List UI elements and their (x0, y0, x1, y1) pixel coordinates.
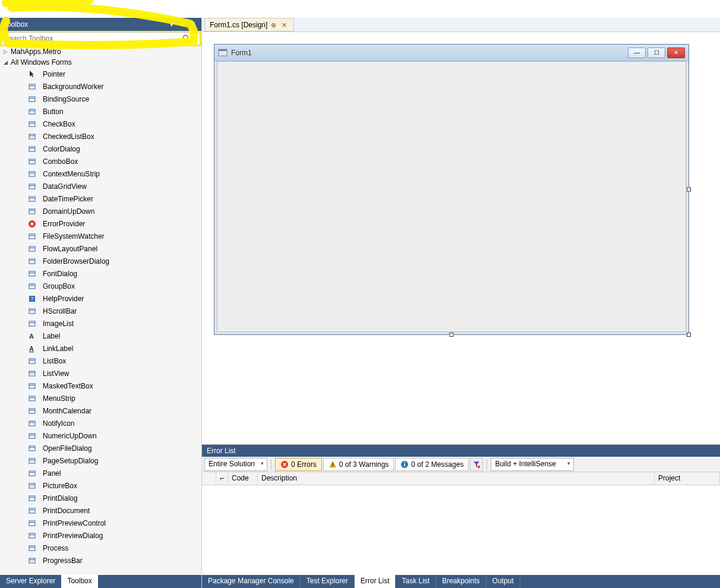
toolbox-item-label: PrintPreviewControl (43, 519, 106, 527)
toolbox-item-label: PageSetupDialog (43, 457, 98, 465)
minimize-icon[interactable]: — (628, 48, 646, 58)
category-label: MahApps.Metro (11, 48, 61, 56)
toolbox-item[interactable]: ?HelpProvider (0, 292, 201, 305)
search-dropdown-icon[interactable]: ▾ (191, 36, 197, 42)
toolbox-item[interactable]: Process (0, 542, 201, 554)
toolbox-item[interactable]: BindingSource (0, 93, 201, 105)
toolbox-item[interactable]: ComboBox (0, 155, 201, 167)
toolbox-item-label: NumericUpDown (43, 432, 97, 440)
toolbox-item[interactable]: FlowLayoutPanel (0, 242, 201, 255)
toolbox-item[interactable]: FileSystemWatcher (0, 230, 201, 242)
form-designer[interactable]: Form1 — ☐ ✕ (202, 32, 720, 444)
control-icon (27, 356, 37, 366)
toolbox-item[interactable]: HScrollBar (0, 305, 201, 317)
resize-handle-southeast[interactable] (687, 333, 691, 337)
toolbox-item[interactable]: FontDialog (0, 267, 201, 280)
toolbox-item[interactable]: CheckedListBox (0, 130, 201, 143)
pin-icon[interactable] (178, 20, 187, 29)
toolbox-item[interactable]: PrintDialog (0, 492, 201, 504)
resize-handle-south[interactable] (450, 333, 454, 337)
control-icon (27, 219, 37, 229)
toolbox-item-label: DataGridView (43, 182, 87, 191)
toolbox-item[interactable]: BackgroundWorker (0, 80, 201, 93)
left-tab[interactable]: Toolbox (61, 575, 97, 588)
right-tab[interactable]: Test Explorer (301, 575, 355, 588)
close-icon[interactable]: ✕ (188, 20, 198, 29)
doc-tab-form1[interactable]: Form1.cs [Design] ⊕ ✕ (204, 18, 294, 31)
svg-rect-33 (29, 284, 35, 289)
toolbox-item[interactable]: CheckBox (0, 118, 201, 130)
control-icon: A (27, 344, 37, 353)
form-window[interactable]: Form1 — ☐ ✕ (214, 44, 689, 335)
right-tab[interactable]: Error List (355, 575, 396, 588)
toolbox-item[interactable]: MenuStrip (0, 392, 201, 404)
toolbox-item[interactable]: ColorDialog (0, 143, 201, 155)
col-description[interactable]: Description (258, 472, 655, 485)
toolbox-item[interactable]: ErrorProvider (0, 217, 201, 230)
toolbox-item[interactable]: DomainUpDown (0, 205, 201, 217)
error-list-toolbar: Entire Solution 0 Errors 0 of 3 Warnings… (202, 457, 720, 472)
toolbox-item[interactable]: ContextMenuStrip (0, 167, 201, 180)
maximize-icon[interactable]: ☐ (648, 48, 665, 58)
clear-filter-button[interactable] (470, 458, 483, 471)
toolbox-item[interactable]: PageSetupDialog (0, 454, 201, 467)
toolbox-item[interactable]: PrintPreviewControl (0, 517, 201, 529)
form-client-area[interactable] (217, 61, 686, 332)
col-code[interactable]: Code (228, 472, 258, 485)
toolbox-item[interactable]: PrintPreviewDialog (0, 529, 201, 542)
toolbox-item[interactable]: FolderBrowserDialog (0, 255, 201, 267)
close-icon[interactable]: ✕ (667, 48, 685, 58)
toolbox-item[interactable]: ListView (0, 367, 201, 380)
toolbox-item[interactable]: ALabel (0, 330, 201, 342)
toolbox-item[interactable]: MonthCalendar (0, 404, 201, 417)
toolbox-item[interactable]: ImageList (0, 317, 201, 330)
window-position-icon[interactable]: ▾ (167, 20, 176, 29)
toolbox-category[interactable]: ◢All Windows Forms (0, 57, 201, 68)
toolbox-category[interactable]: ▷MahApps.Metro (0, 46, 201, 57)
control-icon (27, 282, 37, 291)
control-icon (27, 419, 37, 428)
toolbox-item[interactable]: DateTimePicker (0, 192, 201, 205)
toolbox-item[interactable]: NotifyIcon (0, 417, 201, 429)
toolbox-item[interactable]: Button (0, 105, 201, 118)
toolbox-item[interactable]: DataGridView (0, 180, 201, 192)
col-project[interactable]: Project (655, 472, 720, 485)
left-tab[interactable]: Server Explorer (0, 575, 61, 588)
control-icon: A (27, 331, 37, 341)
toolbox-item[interactable]: PrintDocument (0, 504, 201, 517)
toolbox-item[interactable]: ALinkLabel (0, 342, 201, 355)
search-icon[interactable] (182, 34, 191, 43)
svg-rect-63 (29, 483, 35, 488)
right-tab[interactable]: Package Manager Console (202, 575, 301, 588)
right-tab[interactable]: Task List (396, 575, 436, 588)
toolbox-title: Toolbox (4, 20, 166, 29)
toolbox-tree[interactable]: ▷MahApps.Metro◢All Windows FormsPointerB… (0, 46, 201, 575)
toolbox-item[interactable]: GroupBox (0, 280, 201, 292)
pin-icon[interactable]: ⊕ (271, 21, 278, 29)
build-filter-select[interactable]: Build + IntelliSense (491, 458, 574, 471)
toolbox-item-label: ProgressBar (43, 557, 83, 565)
scope-select[interactable]: Entire Solution (204, 458, 267, 471)
toolbox-item[interactable]: Panel (0, 467, 201, 479)
right-tab[interactable]: Breakpoints (436, 575, 486, 588)
toolbox-item-label: ComboBox (43, 157, 78, 166)
warnings-filter[interactable]: 0 of 3 Warnings (323, 458, 394, 471)
svg-rect-18 (29, 184, 35, 189)
svg-rect-78 (219, 49, 227, 51)
close-icon[interactable]: ✕ (282, 21, 289, 29)
toolbox-item[interactable]: NumericUpDown (0, 429, 201, 442)
toolbox-item[interactable]: ListBox (0, 355, 201, 367)
toolbox-item[interactable]: MaskedTextBox (0, 380, 201, 392)
errors-filter[interactable]: 0 Errors (275, 458, 322, 471)
control-icon (27, 306, 37, 316)
toolbox-item[interactable]: OpenFileDialog (0, 442, 201, 454)
toolbox-item[interactable]: Pointer (0, 68, 201, 80)
messages-filter[interactable]: 0 of 2 Messages (395, 458, 469, 471)
resize-handle-east[interactable] (687, 188, 691, 192)
expand-column-icon[interactable]: ⌐ (216, 472, 228, 485)
right-tab[interactable]: Output (487, 575, 520, 588)
toolbox-item[interactable]: PictureBox (0, 479, 201, 492)
toolbox-item-label: OpenFileDialog (43, 444, 92, 453)
toolbox-item[interactable]: ProgressBar (0, 554, 201, 567)
search-input[interactable] (4, 34, 182, 43)
